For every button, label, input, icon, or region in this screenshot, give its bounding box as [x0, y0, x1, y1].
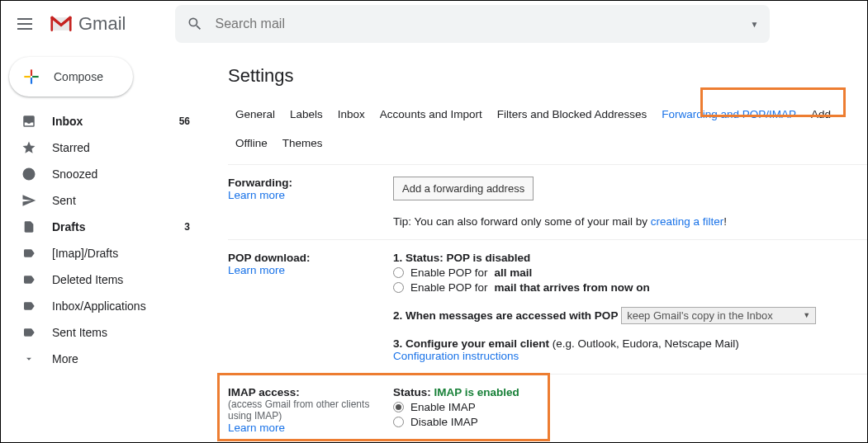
page-title: Settings [228, 65, 867, 87]
star-icon [21, 140, 37, 155]
radio-checked-icon [393, 402, 404, 412]
label-icon [21, 273, 37, 286]
plus-icon [21, 66, 42, 87]
sidebar-item-inbox[interactable]: Inbox56 [1, 108, 203, 134]
gmail-m-icon [49, 15, 74, 33]
sidebar-item-label: Inbox/Applications [52, 299, 146, 313]
clock-icon [21, 167, 37, 181]
forwarding-tip: Tip: You can also forward only some of y… [393, 215, 867, 228]
sidebar-item-starred[interactable]: Starred [1, 134, 203, 161]
compose-button[interactable]: Compose [9, 57, 133, 97]
sidebar-item-label: Drafts [52, 220, 85, 233]
settings-tabs-row1: GeneralLabelsInboxAccounts and ImportFil… [228, 101, 867, 127]
sidebar-item-snoozed[interactable]: Snoozed [1, 161, 203, 187]
sidebar-item-drafts[interactable]: Drafts3 [1, 214, 203, 240]
imap-subtitle: (access Gmail from other clients using I… [228, 398, 393, 422]
search-options-dropdown-icon[interactable]: ▼ [751, 20, 759, 29]
sidebar-scrollbar[interactable] [195, 352, 202, 443]
more-icon [21, 353, 37, 365]
search-icon [187, 16, 203, 32]
sidebar-item-sent-items[interactable]: Sent Items [1, 319, 203, 346]
tab-inbox[interactable]: Inbox [330, 101, 372, 127]
tab-themes[interactable]: Themes [275, 130, 330, 156]
sidebar-item-label: More [52, 352, 78, 365]
settings-tabs-row2: OfflineThemes [228, 130, 867, 156]
sidebar-item-label: Starred [52, 141, 90, 154]
search-input[interactable] [215, 16, 758, 31]
sidebar-item-more[interactable]: More [1, 346, 203, 372]
sidebar-item-label: Inbox [52, 115, 83, 128]
forwarding-section: Forwarding: Learn more Add a forwarding … [228, 164, 867, 239]
pop-config-instructions-link[interactable]: Configuration instructions [393, 350, 519, 362]
label-icon [21, 247, 37, 260]
send-icon [21, 193, 37, 208]
hamburger-menu-icon[interactable] [17, 14, 37, 34]
sidebar-item-label: Sent Items [52, 326, 107, 339]
folder-list: Inbox56StarredSnoozedSentDrafts3[Imap]/D… [1, 108, 203, 372]
radio-icon [393, 282, 404, 293]
add-forwarding-address-button[interactable]: Add a forwarding address [393, 177, 534, 200]
sidebar-item-deleted-items[interactable]: Deleted Items [1, 266, 203, 293]
sidebar-item-count: 56 [179, 115, 190, 127]
pop-configure-line: 3. Configure your email client (e.g. Out… [393, 337, 867, 350]
imap-section: IMAP access: (access Gmail from other cl… [228, 374, 867, 442]
pop-access-line: 2. When messages are accessed with POP k… [393, 307, 867, 324]
pop-section: POP download: Learn more 1. Status: POP … [228, 239, 867, 374]
pop-learn-more-link[interactable]: Learn more [228, 264, 285, 276]
tab-forwarding-and-pop-imap[interactable]: Forwarding and POP/IMAP [654, 101, 804, 127]
tab-offline[interactable]: Offline [228, 130, 275, 156]
forwarding-learn-more-link[interactable]: Learn more [228, 189, 285, 201]
pop-enable-new-radio-row[interactable]: Enable POP for mail that arrives from no… [393, 281, 867, 294]
file-icon [21, 219, 37, 234]
label-icon [21, 326, 37, 339]
settings-panel: Settings GeneralLabelsInboxAccounts and … [203, 47, 867, 442]
pop-enable-all-radio-row[interactable]: Enable POP for all mail [393, 266, 867, 279]
sidebar-item-label: Sent [52, 194, 76, 207]
tab-labels[interactable]: Labels [282, 101, 330, 127]
gmail-logo[interactable]: Gmail [49, 13, 126, 35]
sidebar-item-label: Snoozed [52, 167, 97, 181]
sidebar-item-count: 3 [184, 221, 190, 233]
imap-status-line: Status: IMAP is enabled [393, 386, 867, 398]
compose-label: Compose [54, 70, 103, 83]
pop-title: POP download: [228, 252, 393, 264]
top-bar: Gmail ▼ [1, 1, 867, 47]
svg-rect-0 [50, 16, 53, 31]
tab-accounts-and-import[interactable]: Accounts and Import [372, 101, 490, 127]
sidebar-item-label: Deleted Items [52, 273, 123, 286]
inbox-icon [21, 114, 37, 129]
svg-rect-1 [69, 16, 72, 31]
tab-filters-and-blocked-addresses[interactable]: Filters and Blocked Addresses [490, 101, 655, 127]
radio-icon [393, 417, 404, 427]
gmail-wordmark: Gmail [78, 13, 126, 35]
tab-add[interactable]: Add [804, 101, 838, 127]
imap-enable-radio-row[interactable]: Enable IMAP [393, 401, 867, 413]
imap-disable-radio-row[interactable]: Disable IMAP [393, 416, 867, 428]
creating-filter-link[interactable]: creating a filter [651, 215, 724, 228]
sidebar-item--imap-drafts[interactable]: [Imap]/Drafts [1, 240, 203, 266]
imap-title: IMAP access: [228, 386, 393, 398]
sidebar-item-sent[interactable]: Sent [1, 187, 203, 214]
sidebar-item-label: [Imap]/Drafts [52, 247, 118, 260]
tab-general[interactable]: General [228, 101, 282, 127]
forwarding-title: Forwarding: [228, 177, 393, 189]
pop-action-select[interactable]: keep Gmail's copy in the Inbox [621, 307, 816, 324]
imap-learn-more-link[interactable]: Learn more [228, 422, 285, 434]
search-bar[interactable]: ▼ [175, 5, 770, 43]
sidebar-item-inbox-applications[interactable]: Inbox/Applications [1, 293, 203, 319]
pop-status-line: 1. Status: POP is disabled [393, 252, 867, 264]
radio-icon [393, 267, 404, 278]
left-sidebar: Compose Inbox56StarredSnoozedSentDrafts3… [1, 47, 203, 442]
label-icon [21, 299, 37, 313]
